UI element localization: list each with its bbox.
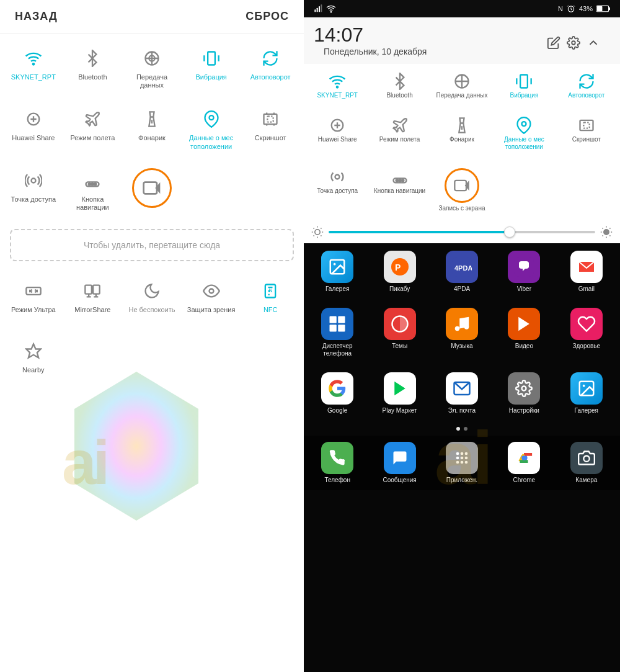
qs-location[interactable]: Данные о мес тоположении [183,102,240,155]
qs-nfc-label: NFC [264,306,278,314]
app-music[interactable]: Музыка [433,308,490,357]
rqs-flashlight[interactable]: Фонарик [432,113,492,155]
app-health[interactable]: Здоровье [558,308,615,357]
rqs-screenshot[interactable]: Скриншот [557,113,616,155]
dock-chrome-label: Chrome [513,477,536,484]
rqs-wifi[interactable]: SKYNET_RPT [308,69,367,103]
qs-data[interactable]: Передача данных [123,41,180,94]
qs-vibration[interactable]: Вибрация [183,41,240,94]
rqs-bluetooth-label: Bluetooth [386,92,412,99]
app-gmail[interactable]: Gmail [558,251,615,293]
rqs-airplane[interactable]: Режим полета [370,113,429,155]
battery-icon [596,5,610,12]
qs-flashlight[interactable]: Фонарик [123,102,180,155]
svg-rect-32 [597,6,603,11]
svg-marker-15 [155,182,160,194]
left-qs-grid-row2: Huawei Share Режим полета Фонарик [0,102,304,163]
apps-row3: Google Play Маркет Эл. почта Настройки [304,365,620,422]
qs-airplane[interactable]: Режим полета [64,102,122,155]
brightness-slider[interactable] [329,231,595,233]
svg-point-92 [461,457,464,460]
svg-line-65 [603,235,603,236]
qs-data-label: Передача данных [126,73,178,89]
left-header: НАЗАД СБРОС [0,0,304,34]
app-viber[interactable]: Viber [495,251,552,293]
svg-point-45 [399,179,401,182]
delete-zone: Чтобы удалить, перетащите сюда [10,229,294,261]
app-pikabu[interactable]: P Пикабу [371,251,428,293]
qs-screenshot[interactable]: Скриншот [242,102,299,155]
rqs-vibration[interactable]: Вибрация [494,69,554,103]
brightness-thumb[interactable] [504,226,515,238]
qs-eye-protect[interactable]: Защита зрения [183,274,240,319]
app-themes[interactable]: Темы [371,308,428,357]
svg-point-28 [330,12,331,12]
rqs-screen-record[interactable]: Запись с экрана [432,164,492,216]
svg-point-9 [31,178,35,182]
app-settings[interactable]: Настройки [495,372,552,414]
reset-button[interactable]: СБРОС [246,10,289,23]
qs-mirror-share[interactable]: MirrorShare [64,274,122,319]
rqs-nav-button[interactable]: Кнопка навигации [370,164,429,216]
rqs-hotspot[interactable]: Точка доступа [308,164,367,216]
rqs-location[interactable]: Данные о мес тоположении [494,113,554,155]
bottom-dock: Телефон Сообщения Приложен. Chrome [304,436,620,490]
app-google[interactable]: Google [309,372,366,414]
qs-wifi[interactable]: SKYNET_RPT [5,41,62,94]
svg-marker-23 [74,372,198,521]
qs-autorotate[interactable]: Автоповорот [242,41,299,94]
app-gallery-label: Галерея [326,285,349,293]
qs-dnd[interactable]: Не беспокоить [123,274,180,319]
svg-point-34 [337,86,338,87]
qs-flashlight-label: Фонарик [138,134,166,142]
svg-point-33 [572,41,575,45]
chevron-up-icon[interactable] [587,36,600,50]
back-button[interactable]: НАЗАД [15,10,58,23]
qs-mirror-share-label: MirrorShare [74,306,110,314]
wifi-icon [21,46,46,71]
svg-rect-27 [321,4,322,12]
app-gallery[interactable]: Галерея [309,251,366,293]
app-email[interactable]: Эл. почта [433,372,490,414]
rqs-autorotate[interactable]: Автоповорот [557,69,616,103]
svg-point-99 [522,455,527,460]
dnd-icon [140,279,164,303]
app-pikabu-label: Пикабу [389,285,410,293]
app-dispatch[interactable]: Диспетчер телефона [309,308,366,357]
svg-line-61 [603,228,603,229]
svg-point-42 [335,175,340,179]
qs-huawei-share[interactable]: Huawei Share [5,102,62,155]
dock-phone[interactable]: Телефон [309,442,366,484]
rqs-bluetooth[interactable]: Bluetooth [370,69,429,103]
brightness-high-icon [600,226,613,238]
eye-protect-icon [199,279,224,303]
qs-ultra-mode[interactable]: Режим Ультра [5,274,62,319]
app-4pda[interactable]: 4PDA 4PDA [433,251,490,293]
rqs-data[interactable]: Передача данных [432,69,492,103]
dock-chrome[interactable]: Chrome [495,442,552,484]
qs-nfc[interactable]: N NFC [242,274,299,319]
dock-apps[interactable]: Приложен. [433,442,490,484]
qs-nearby[interactable]: Nearby [5,334,62,379]
qs-nav-button[interactable]: Кнопка навигации [64,163,122,217]
qs-autorotate-label: Автоповорот [250,73,291,81]
rqs-huawei-share[interactable]: Huawei Share [308,113,367,155]
screenshot-icon [258,107,283,132]
qs-screen-record[interactable] [123,163,180,217]
app-video[interactable]: Видео [495,308,552,357]
svg-rect-47 [454,181,466,190]
rqs-data-label: Передача данных [436,92,487,99]
notif-panel: 14:07 Понедельник, 10 декабря [304,17,620,243]
dock-camera[interactable]: Камера [558,442,615,484]
qs-hotspot[interactable]: Точка доступа [5,163,62,217]
svg-rect-31 [609,7,610,11]
dock-sms[interactable]: Сообщения [371,442,428,484]
qs-bluetooth[interactable]: Bluetooth [64,41,122,94]
settings-icon[interactable] [567,36,580,50]
ultra-mode-icon [21,279,46,303]
edit-icon[interactable] [547,36,560,50]
svg-rect-17 [86,285,92,294]
right-qs-grid-row3: Точка доступа Кнопка навигации [304,159,620,221]
app-gallery2[interactable]: Галерея [558,372,615,414]
app-play[interactable]: Play Маркет [371,372,428,414]
